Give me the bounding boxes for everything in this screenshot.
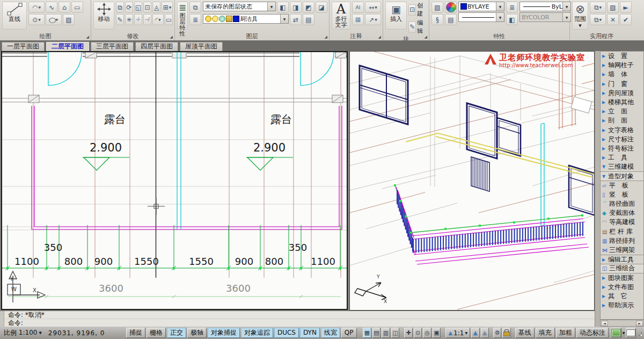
stretch-button[interactable]: ◱ bbox=[134, 2, 142, 13]
select-button[interactable]: ► bbox=[620, 2, 632, 13]
color-dropdown[interactable]: BYLAYE ▼ bbox=[458, 2, 504, 11]
tab-floor4[interactable]: 四层平面图 bbox=[135, 42, 178, 51]
mirror-button[interactable]: ◬ bbox=[152, 2, 160, 13]
palette-item-space-frame[interactable]: ⋈三维网架 bbox=[601, 246, 643, 255]
clean-screen-button[interactable] bbox=[626, 328, 636, 338]
polygon-button[interactable]: ⌂ bbox=[58, 2, 70, 13]
zoom-extents-button[interactable]: ⊗ 范围 ▼ bbox=[572, 2, 588, 30]
dyn-toggle[interactable]: DYN bbox=[300, 328, 320, 338]
palette-item-path-surface[interactable]: ⌒路径曲面 bbox=[601, 199, 643, 208]
layer-caret-icon[interactable]: ▼ bbox=[280, 15, 288, 23]
scroll-right-icon[interactable]: ► bbox=[636, 321, 643, 326]
layer-off-button[interactable]: ◨ bbox=[290, 2, 302, 13]
mtext-button[interactable]: A 多行 文字 bbox=[332, 2, 350, 30]
break-at-point-button[interactable]: --/ bbox=[143, 14, 151, 25]
text-style-button[interactable]: AI bbox=[352, 2, 364, 13]
palette-item-section[interactable]: ▶剖 面 bbox=[601, 116, 643, 125]
create-block-button[interactable]: ⊡ bbox=[408, 4, 416, 16]
transparency-button[interactable]: ◧ bbox=[506, 14, 518, 25]
id-point-button[interactable]: ✕ bbox=[607, 14, 619, 25]
plotstyle-dropdown[interactable]: BYCOLOR ▼ bbox=[519, 12, 571, 22]
block-panel-expander[interactable]: ◢ bbox=[425, 35, 427, 39]
tab-floor1[interactable]: 一层平面图 bbox=[2, 42, 45, 51]
fillet-button[interactable]: ◜▼ bbox=[152, 14, 164, 25]
quick-select-button[interactable]: ▧ bbox=[607, 2, 619, 13]
match-properties-button[interactable]: ▧ bbox=[431, 2, 443, 13]
palette-item-doors-windows[interactable]: ▶门 窗 bbox=[601, 80, 643, 89]
layer-state-caret-icon[interactable]: ▼ bbox=[267, 2, 275, 11]
layer-isolate-button[interactable]: ≣ bbox=[189, 14, 201, 25]
insert-block-button[interactable]: ▣ 插入 bbox=[385, 2, 407, 30]
scale-button[interactable]: ⊡ bbox=[143, 2, 151, 13]
steering-wheel-button[interactable]: ◎ bbox=[423, 328, 431, 338]
command-prompt-line[interactable]: 命令: bbox=[4, 319, 595, 327]
palette-item-tools[interactable]: ▶工 具 bbox=[601, 153, 643, 162]
palette-item-elevation[interactable]: ▶立 面 bbox=[601, 107, 643, 116]
create-block-label[interactable]: 创建 bbox=[417, 2, 427, 18]
hatch-button[interactable]: ▨ bbox=[63, 14, 75, 25]
paste-button[interactable]: ⧉▼ bbox=[590, 14, 606, 25]
palette-item-symbols[interactable]: ▶符号标注 bbox=[601, 144, 643, 153]
layer-on-button[interactable]: ◧ bbox=[277, 2, 289, 13]
grid-toggle[interactable]: 栅格 bbox=[147, 328, 166, 338]
arc-button[interactable]: ◠▼ bbox=[28, 2, 45, 13]
workspace-switch-button[interactable]: ⚙ bbox=[493, 328, 501, 338]
palette-item-walls[interactable]: ▶墙 体 bbox=[601, 70, 643, 79]
erase-button[interactable]: ✎ bbox=[116, 14, 124, 25]
ortho-toggle[interactable]: 正交 bbox=[167, 328, 186, 338]
linetype-caret-icon[interactable]: ▼ bbox=[496, 13, 504, 21]
spline-button[interactable]: ∿ bbox=[46, 2, 57, 13]
viewport-3d-iso[interactable]: 卫老师环境教学实验室 http://www.teacherwei.com Y X bbox=[349, 51, 595, 311]
layer-thaw-button[interactable]: ◪ bbox=[316, 2, 327, 13]
draw-panel-label[interactable]: 绘图 bbox=[0, 32, 91, 40]
command-window[interactable]: 命令: *取消* 命令: bbox=[0, 311, 595, 327]
quick-view-button[interactable]: ◫ bbox=[391, 328, 399, 338]
layers-panel-label[interactable]: 图层 bbox=[175, 32, 329, 40]
layer-bulb-icon[interactable] bbox=[205, 16, 211, 22]
palette-item-other[interactable]: ▶其 它 bbox=[601, 292, 643, 301]
layer-properties-button[interactable]: ≣ 图层 特性 bbox=[177, 2, 188, 30]
line-button[interactable]: 直线 bbox=[2, 2, 27, 30]
color-wheel-button[interactable] bbox=[445, 2, 457, 13]
palette-item-variable-section[interactable]: ◆变截面体 bbox=[601, 208, 643, 218]
circle-button[interactable]: ⊙▼ bbox=[28, 14, 45, 25]
snap-toggle[interactable]: 捕捉 bbox=[126, 328, 145, 338]
status-menu-caret-icon[interactable]: ▼ bbox=[623, 331, 625, 335]
qp-toggle[interactable]: QP bbox=[341, 328, 357, 338]
properties-panel-label[interactable]: 特性 bbox=[429, 32, 569, 40]
color-caret-icon[interactable]: ▼ bbox=[496, 2, 504, 11]
palette-item-rooms-roofs[interactable]: ▶房间屋顶 bbox=[601, 89, 643, 98]
layers-panel-expander[interactable]: ◢ bbox=[325, 35, 327, 39]
layout2-button[interactable]: ▥ bbox=[382, 328, 390, 338]
palette-hscrollbar[interactable]: ◄ ► bbox=[600, 320, 644, 327]
edit-block-button[interactable]: ✎ bbox=[408, 21, 416, 33]
ducs-toggle[interactable]: DUCS bbox=[274, 328, 299, 338]
polar-toggle[interactable]: 极轴 bbox=[187, 328, 207, 338]
annotation-visibility-button[interactable]: ▲ bbox=[471, 328, 479, 338]
linetype-dropdown[interactable]: ▼ bbox=[458, 12, 504, 22]
palette-item-contour-modeling[interactable]: ◠等高建模 bbox=[601, 218, 643, 227]
utilities-panel-label[interactable]: 实用程序 bbox=[570, 32, 633, 40]
coordinates-readout[interactable]: 29031, 9196, 0 bbox=[45, 329, 108, 337]
join-button[interactable]: ▭ bbox=[165, 14, 173, 25]
fill-button[interactable]: 填充 bbox=[536, 328, 555, 338]
tab-floor2[interactable]: 二层平面图 bbox=[46, 42, 89, 51]
scroll-left-icon[interactable]: ◄ bbox=[601, 321, 608, 326]
showmotion-button[interactable]: ▣ bbox=[433, 328, 441, 338]
palette-item-path-array[interactable]: ▥路径排列 bbox=[601, 236, 643, 246]
hatch-lines-button[interactable]: ▤ bbox=[445, 14, 457, 25]
edit-block-label[interactable]: 编辑 bbox=[417, 19, 427, 35]
pan-button[interactable]: ✚ bbox=[404, 328, 412, 338]
command-window-grip[interactable] bbox=[0, 311, 4, 327]
lineweight-dropdown[interactable]: ByL ▼ bbox=[519, 2, 571, 11]
copy-button[interactable]: ⧉ bbox=[116, 2, 124, 13]
palette-item-stairs-other[interactable]: ▶楼梯其他 bbox=[601, 98, 643, 107]
layer-lock-icon[interactable] bbox=[226, 16, 232, 22]
layout1-button[interactable]: ▤ bbox=[372, 328, 380, 338]
palette-item-3d-modeling[interactable]: ▼三维建模 bbox=[601, 162, 643, 171]
palette-item-help-demo[interactable]: ▶帮助演示 bbox=[601, 301, 643, 310]
scale-button[interactable]: 比例 1:100 ▼ bbox=[2, 328, 44, 337]
explode-button[interactable]: ✳ bbox=[125, 14, 133, 25]
dynamic-dim-button[interactable]: 动态标注 bbox=[576, 328, 609, 338]
plotstyle-caret-icon[interactable]: ▼ bbox=[562, 13, 570, 21]
